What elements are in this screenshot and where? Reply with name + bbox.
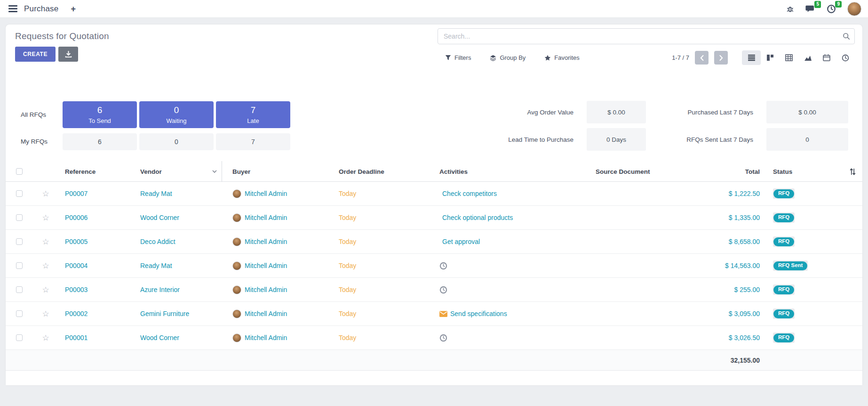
- reference-link[interactable]: P00002: [65, 310, 88, 317]
- kpi-value-lead-time[interactable]: 0 Days: [587, 128, 646, 151]
- favorite-star-icon[interactable]: ☆: [42, 310, 49, 318]
- vendor-link[interactable]: Wood Corner: [140, 334, 179, 341]
- row-checkbox[interactable]: [16, 262, 23, 269]
- buyer-link[interactable]: Mitchell Admin: [245, 238, 287, 245]
- reference-link[interactable]: P00005: [65, 238, 88, 245]
- row-checkbox[interactable]: [16, 190, 23, 197]
- new-tab-icon[interactable]: +: [71, 5, 76, 13]
- filters-button[interactable]: Filters: [445, 54, 471, 61]
- table-row[interactable]: ☆ P00007 Ready Mat Mitchell Admin Today …: [6, 182, 862, 206]
- status-badge: RFQ: [773, 309, 795, 318]
- table-row[interactable]: ☆ P00004 Ready Mat Mitchell Admin Today …: [6, 254, 862, 278]
- table-row[interactable]: ☆ P00005 Deco Addict Mitchell Admin Toda…: [6, 230, 862, 254]
- vendor-link[interactable]: Wood Corner: [140, 214, 179, 221]
- column-header-status[interactable]: Status: [765, 168, 843, 175]
- view-switch-graph[interactable]: [798, 50, 817, 65]
- reference-link[interactable]: P00006: [65, 214, 88, 221]
- tile-late[interactable]: 7 Late: [216, 101, 290, 128]
- debug-bug-icon[interactable]: [786, 5, 794, 13]
- status-badge: RFQ: [773, 212, 795, 222]
- search-box: [438, 28, 855, 44]
- reference-link[interactable]: P00003: [65, 286, 88, 293]
- group-by-button[interactable]: Group By: [490, 54, 526, 61]
- reference-link[interactable]: P00004: [65, 262, 88, 269]
- column-header-source[interactable]: Source Document: [584, 168, 685, 175]
- row-checkbox[interactable]: [16, 310, 23, 317]
- buyer-link[interactable]: Mitchell Admin: [245, 190, 287, 197]
- view-switch-pivot[interactable]: [780, 50, 798, 65]
- kpi-value-avg-order[interactable]: $ 0.00: [587, 101, 646, 123]
- buyer-link[interactable]: Mitchell Admin: [245, 310, 287, 317]
- optional-columns-button[interactable]: [849, 168, 856, 175]
- activity-button[interactable]: [439, 262, 584, 270]
- status-pill-label: RFQ: [773, 237, 794, 246]
- kpi-value-purchased-7d[interactable]: $ 0.00: [766, 101, 848, 123]
- view-switch-activity[interactable]: [836, 50, 855, 65]
- column-header-deadline[interactable]: Order Deadline: [326, 168, 424, 175]
- view-switch-calendar[interactable]: [817, 50, 836, 65]
- vendor-link[interactable]: Gemini Furniture: [140, 310, 189, 317]
- reference-link[interactable]: P00007: [65, 190, 88, 197]
- column-header-vendor[interactable]: Vendor: [134, 161, 222, 182]
- graph-view-icon: [804, 54, 812, 61]
- my-tile-late[interactable]: 7: [216, 133, 290, 150]
- search-input[interactable]: [438, 28, 855, 44]
- activity-button[interactable]: Get approval: [439, 238, 584, 245]
- favorites-button[interactable]: Favorites: [544, 54, 579, 61]
- favorite-star-icon[interactable]: ☆: [42, 262, 49, 270]
- view-switch-list[interactable]: [742, 50, 761, 65]
- favorite-star-icon[interactable]: ☆: [42, 190, 49, 198]
- buyer-link[interactable]: Mitchell Admin: [245, 334, 287, 341]
- column-header-activities[interactable]: Activities: [424, 168, 584, 175]
- favorite-star-icon[interactable]: ☆: [42, 286, 49, 294]
- vendor-link[interactable]: Ready Mat: [140, 190, 172, 197]
- user-avatar[interactable]: [847, 2, 861, 16]
- app-name[interactable]: Purchase: [24, 4, 58, 14]
- row-checkbox[interactable]: [16, 238, 23, 245]
- total-text: $ 3,026.50: [729, 334, 760, 341]
- vendor-link[interactable]: Ready Mat: [140, 262, 172, 269]
- my-tile-waiting[interactable]: 0: [139, 133, 214, 150]
- messages-icon[interactable]: 5: [805, 4, 815, 13]
- create-button[interactable]: CREATE: [15, 47, 56, 62]
- tile-waiting[interactable]: 0 Waiting: [139, 101, 214, 128]
- column-header-reference[interactable]: Reference: [58, 168, 134, 175]
- column-header-buyer[interactable]: Buyer: [222, 168, 326, 175]
- row-checkbox[interactable]: [16, 286, 23, 293]
- buyer-link[interactable]: Mitchell Admin: [245, 286, 287, 293]
- kpi-value-rfqs-sent-7d[interactable]: 0: [766, 128, 848, 151]
- row-checkbox[interactable]: [16, 334, 23, 341]
- table-row[interactable]: ☆ P00006 Wood Corner Mitchell Admin Toda…: [6, 206, 862, 230]
- search-icon[interactable]: [843, 32, 850, 40]
- favorite-star-icon[interactable]: ☆: [42, 214, 49, 222]
- pager-next-button[interactable]: [714, 51, 728, 65]
- buyer-link[interactable]: Mitchell Admin: [245, 214, 287, 221]
- view-switch-kanban[interactable]: [761, 50, 780, 65]
- apps-menu-icon[interactable]: [8, 5, 17, 12]
- table-row[interactable]: ☆ P00002 Gemini Furniture Mitchell Admin…: [6, 302, 862, 326]
- activity-button[interactable]: [439, 286, 584, 294]
- activity-button[interactable]: Check optional products: [439, 214, 584, 221]
- activity-button[interactable]: [439, 334, 584, 342]
- select-all-checkbox[interactable]: [16, 168, 23, 175]
- row-checkbox[interactable]: [16, 214, 23, 221]
- tile-to-send[interactable]: 6 To Send: [63, 101, 137, 128]
- vendor-link[interactable]: Deco Addict: [140, 238, 175, 245]
- top-navbar: Purchase + 5 9: [0, 0, 868, 18]
- pager-previous-button[interactable]: [695, 51, 709, 65]
- table-row[interactable]: ☆ P00001 Wood Corner Mitchell Admin Toda…: [6, 326, 862, 350]
- activities-icon[interactable]: 9: [827, 4, 836, 14]
- column-header-total[interactable]: Total: [685, 168, 765, 175]
- reference-link[interactable]: P00001: [65, 334, 88, 341]
- activity-button[interactable]: Check competitors: [439, 190, 584, 197]
- my-tile-to-send[interactable]: 6: [63, 133, 137, 150]
- table-row[interactable]: ☆ P00003 Azure Interior Mitchell Admin T…: [6, 278, 862, 302]
- export-button[interactable]: [58, 47, 78, 62]
- favorite-star-icon[interactable]: ☆: [42, 238, 49, 246]
- buyer-avatar: [232, 261, 241, 270]
- favorite-star-icon[interactable]: ☆: [42, 334, 49, 342]
- status-badge: RFQ: [773, 333, 795, 342]
- buyer-link[interactable]: Mitchell Admin: [245, 262, 287, 269]
- vendor-link[interactable]: Azure Interior: [140, 286, 180, 293]
- activity-button[interactable]: Send specifications: [439, 310, 584, 317]
